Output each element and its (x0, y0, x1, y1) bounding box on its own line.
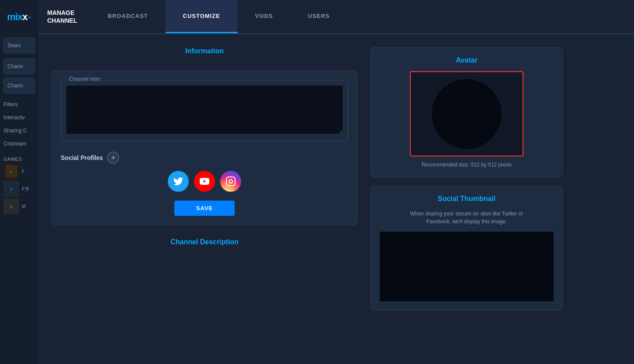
svg-rect-7 (226, 177, 235, 186)
search-text: Searc (7, 42, 21, 49)
content-area: Information Channel Intro Social Profile… (38, 34, 634, 364)
social-thumbnail-title: Social Thumbnail (438, 195, 495, 203)
channel-intro-label: Channel Intro (66, 76, 103, 82)
right-column: Avatar Recommended size: 512 by 512 pixe… (371, 47, 563, 351)
sidebar-item-interactive[interactable]: Interactiv (3, 113, 35, 122)
social-thumbnail-card: Social Thumbnail When sharing your strea… (371, 186, 563, 311)
thumbnail-preview-image[interactable] (380, 232, 554, 302)
sidebar-item-filters[interactable]: Filters (3, 100, 35, 109)
avatar-card: Avatar Recommended size: 512 by 512 pixe… (371, 47, 563, 177)
game-label-3: M (22, 204, 25, 209)
youtube-social-icon[interactable] (194, 171, 215, 192)
logo-trademark: er (28, 15, 31, 19)
channel-description-title: Channel Description (52, 238, 357, 246)
tab-users[interactable]: USERS (291, 0, 347, 33)
channel-label-1: Chann (7, 63, 23, 69)
social-profiles-title: Social Profiles (61, 154, 103, 161)
tab-customize[interactable]: CUSTOMIZE (166, 0, 238, 33)
svg-text:P: P (10, 187, 12, 191)
avatar-title: Avatar (456, 56, 477, 64)
avatar-hint: Recommended size: 512 by 512 pixels (422, 162, 512, 168)
game-thumb-2: P (3, 181, 19, 197)
info-card: Channel Intro Social Profiles + (52, 71, 357, 225)
game-label-1: F (22, 169, 24, 174)
sidebar-games: F F P P B M M (0, 163, 38, 214)
svg-text:F: F (10, 170, 13, 174)
sidebar-item-sharing[interactable]: Sharing C (3, 126, 35, 135)
top-navigation: MANAGE CHANNEL BROADCAST CUSTOMIZE VODS … (38, 0, 634, 34)
manage-channel-title: MANAGE CHANNEL (38, 9, 90, 24)
sidebar-channel-item-1[interactable]: Chann (3, 59, 35, 74)
game-thumb-1: F (3, 163, 19, 179)
social-profiles-header: Social Profiles + (61, 152, 348, 164)
sidebar: mix x er Searc Chann Chann Filters Inter… (0, 0, 38, 364)
left-column: Information Channel Intro Social Profile… (52, 47, 357, 351)
game-item-3[interactable]: M M (3, 198, 35, 214)
svg-text:M: M (10, 205, 13, 209)
main-content: MANAGE CHANNEL BROADCAST CUSTOMIZE VODS … (38, 0, 634, 364)
logo-text: mix (7, 11, 22, 23)
game-item-1[interactable]: F F (3, 163, 35, 179)
nav-tabs: BROADCAST CUSTOMIZE VODS USERS (90, 0, 347, 33)
game-thumb-3: M (3, 198, 19, 214)
tab-broadcast[interactable]: BROADCAST (90, 0, 165, 33)
logo-suffix: x (22, 11, 28, 23)
channel-intro-input[interactable] (66, 86, 343, 134)
sidebar-search[interactable]: Searc (3, 38, 35, 53)
info-section-title: Information (52, 47, 357, 55)
channel-intro-wrapper: Channel Intro (61, 80, 348, 141)
avatar-image (432, 79, 502, 149)
add-social-button[interactable]: + (107, 152, 119, 164)
save-button[interactable]: SAVE (174, 201, 235, 216)
sidebar-channel-item-2[interactable]: Chann (3, 78, 35, 94)
sidebar-item-costream[interactable]: Costream (3, 139, 35, 149)
twitter-social-icon[interactable] (168, 171, 189, 192)
tab-vods[interactable]: VODS (238, 0, 291, 33)
game-item-2[interactable]: P P B (3, 181, 35, 197)
thumbnail-description: When sharing your stream on sites like T… (410, 210, 523, 225)
avatar-upload-area[interactable] (410, 71, 523, 156)
channel-label-2: Chann (7, 83, 23, 89)
social-icons-row (61, 171, 348, 192)
sidebar-nav: Filters Interactiv Sharing C Costream (0, 95, 38, 153)
game-label-2: P B (22, 187, 29, 191)
games-section-title: Games (0, 153, 38, 163)
sidebar-logo: mix x er (0, 0, 38, 34)
instagram-social-icon[interactable] (220, 171, 241, 192)
